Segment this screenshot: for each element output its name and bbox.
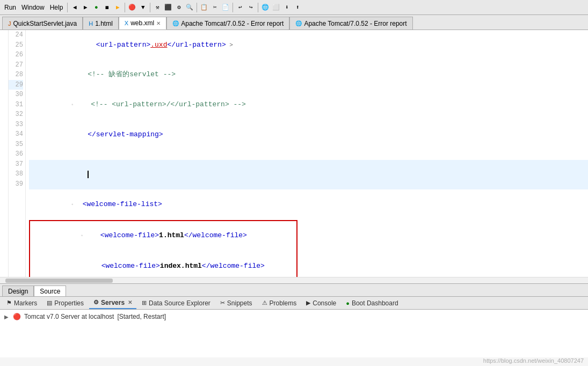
html-icon: H [89,20,93,27]
line-num-28: 28 [9,70,23,80]
tab-tomcat-2[interactable]: 🌐 Apache Tomcat/7.0.52 - Error report [289,17,412,30]
source-tab[interactable]: Source [34,286,66,296]
toolbar-icon-11[interactable]: 🔍 [185,3,194,12]
line-num-24: 24 [9,30,23,40]
line-num-37: 37 [9,159,23,170]
toolbar-icon-12[interactable]: 📋 [199,3,209,12]
problems-icon: ⚠ [262,299,267,306]
collapse-gutter [0,30,9,277]
tab-bootdash-label: Boot Dashboard [352,299,398,307]
bottom-content: ▶ 🔴 Tomcat v7.0 Server at localhost [Sta… [0,310,588,357]
toolbar-sep-4 [197,3,197,12]
tab-snippets[interactable]: ✂ Snippets [216,297,257,309]
code-content[interactable]: <url-pattern>.uxd</url-pattern> > <!-- 缺… [26,30,588,277]
toolbar-icon-17[interactable]: 🌐 [260,3,270,12]
tab-webxml[interactable]: X web.xml ✕ [119,17,166,30]
watermark-area: https://blog.csdn.net/weixin_40807247 [0,357,588,366]
tab-label: Apache Tomcat/7.0.52 - Error report [181,20,284,27]
toolbar-icon-6[interactable]: 🔴 [127,3,137,12]
tomcat-icon-2: 🌐 [295,20,302,26]
server-name: Tomcat v7.0 Server at localhost [24,313,114,320]
tab-console-label: Console [313,299,336,307]
tab-servers-label: Servers [101,299,125,306]
toolbar-icon-9[interactable]: ⬛ [163,3,173,12]
toolbar-icon-4[interactable]: ◼ [102,3,112,12]
toolbar-icon-13[interactable]: ✂ [210,3,220,12]
h-scrollbar-thumb[interactable] [5,279,113,283]
snippets-icon: ✂ [220,299,225,306]
design-source-bar: Design Source [0,283,588,296]
tab-label: web.xml [130,19,154,27]
toolbar-icon-15[interactable]: ↩ [235,3,245,12]
line-num-29: 29 [9,80,23,90]
design-tab[interactable]: Design [2,286,34,296]
code-line-27: </servlet-mapping> [29,120,588,150]
code-line-32: <welcome-file>index.html</welcome-file> [30,251,296,277]
design-tab-label: Design [8,288,28,295]
datasource-icon: ⊞ [142,299,147,306]
toolbar-icon-7[interactable]: ▼ [138,3,148,12]
tab-properties[interactable]: ▤ Properties [42,297,88,309]
toolbar-sep-3 [150,3,150,12]
toolbar-icon-5[interactable]: ▶ [113,3,122,12]
red-box-block: ◦ <welcome-file>1.html</welcome-file> <w… [29,220,297,277]
bootdash-icon: ● [346,300,350,306]
toolbar-icon-20[interactable]: ⬆ [293,3,302,12]
code-line-30: ◦ <welcome-file-list> [29,189,588,220]
server-item[interactable]: ▶ 🔴 Tomcat v7.0 Server at localhost [Sta… [4,312,584,321]
toolbar-icon-18[interactable]: ⬜ [271,3,281,12]
tab-close-icon[interactable]: ✕ [156,20,161,26]
toolbar-icon-3[interactable]: ● [91,3,101,12]
code-line-29[interactable] [29,160,588,190]
tab-console[interactable]: ▶ Console [302,297,340,309]
toolbar[interactable]: Run Window Help ◀ ▶ ● ◼ ▶ 🔴 ▼ ⚒ ⬛ ⚙ 🔍 📋 … [0,0,588,15]
code-line-28 [29,150,588,160]
tab-1html[interactable]: H 1.html [83,17,119,30]
tab-quickstart[interactable]: J QuickStartServlet.java [2,17,83,30]
toolbar-icon-10[interactable]: ⚙ [174,3,184,12]
line-num-33: 33 [9,120,23,130]
code-line-24: <url-pattern>.uxd</url-pattern> > [29,30,588,60]
line-num-30: 30 [9,90,23,100]
h-scrollbar[interactable] [0,277,588,283]
servers-close-icon[interactable]: ✕ [128,299,132,305]
tab-bootdash[interactable]: ● Boot Dashboard [342,297,402,309]
tomcat-icon-1: 🌐 [172,20,179,26]
tab-label: Apache Tomcat/7.0.52 - Error report [304,20,406,27]
tab-problems[interactable]: ⚠ Problems [258,297,301,309]
tab-markers-label: Markers [14,299,37,307]
bottom-tab-bar: ⚑ Markers ▤ Properties ⚙ Servers ✕ ⊞ Dat… [0,297,588,310]
menu-window[interactable]: Window [19,4,47,11]
toolbar-icon-1[interactable]: ◀ [70,3,79,12]
markers-icon: ⚑ [6,299,12,306]
line-num-34: 34 [9,129,23,140]
watermark-text: https://blog.csdn.net/weixin_40807247 [483,357,584,364]
toolbar-icon-8[interactable]: ⚒ [153,3,162,12]
tab-datasource[interactable]: ⊞ Data Source Explorer [137,297,215,309]
tab-bar: J QuickStartServlet.java H 1.html X web.… [0,15,588,30]
server-status: [Started, Restart] [117,313,166,320]
tab-properties-label: Properties [54,299,84,307]
editor-area: 24 25 26 27 28 29 30 31 32 33 34 35 36 3… [0,30,588,277]
toolbar-icon-14[interactable]: 📄 [221,3,230,12]
tab-datasource-label: Data Source Explorer [149,299,210,307]
toolbar-icon-2[interactable]: ▶ [81,3,90,12]
menu-run[interactable]: Run [2,4,18,11]
tab-tomcat-1[interactable]: 🌐 Apache Tomcat/7.0.52 - Error report [166,17,289,30]
source-tab-label: Source [40,288,60,295]
servers-icon: ⚙ [93,299,99,306]
toolbar-icon-16[interactable]: ↪ [246,3,256,12]
tab-snippets-label: Snippets [227,299,252,307]
tab-servers[interactable]: ⚙ Servers ✕ [89,297,136,309]
console-icon: ▶ [306,299,310,306]
tab-problems-label: Problems [270,299,297,307]
toolbar-icon-19[interactable]: ⬇ [282,3,292,12]
line-number-gutter: 24 25 26 27 28 29 30 31 32 33 34 35 36 3… [9,30,26,277]
expand-arrow[interactable]: ▶ [4,314,9,320]
tab-markers[interactable]: ⚑ Markers [2,297,41,309]
line-num-25: 25 [9,40,23,50]
toolbar-sep-5 [233,3,233,12]
code-line-25: <!-- 缺省的servlet --> [29,60,588,90]
bottom-panel: ⚑ Markers ▤ Properties ⚙ Servers ✕ ⊞ Dat… [0,296,588,366]
menu-help[interactable]: Help [48,4,66,11]
